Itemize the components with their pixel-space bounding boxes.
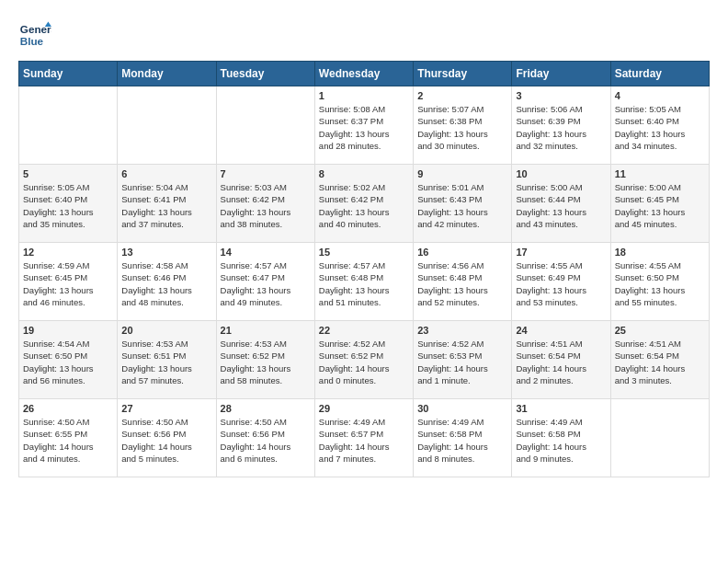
weekday-header-row: SundayMondayTuesdayWednesdayThursdayFrid… [19,62,710,86]
calendar-cell: 19Sunrise: 4:54 AM Sunset: 6:50 PM Dayli… [19,321,118,399]
calendar-cell: 16Sunrise: 4:56 AM Sunset: 6:48 PM Dayli… [414,243,512,321]
day-number: 11 [615,168,705,179]
day-number: 18 [615,247,705,258]
day-content: Sunrise: 4:53 AM Sunset: 6:52 PM Dayligh… [221,338,311,386]
day-content: Sunrise: 4:59 AM Sunset: 6:45 PM Dayligh… [23,259,113,308]
calendar-cell: 3Sunrise: 5:06 AM Sunset: 6:39 PM Daylig… [512,86,610,165]
day-number: 10 [516,168,606,179]
day-content: Sunrise: 4:54 AM Sunset: 6:50 PM Dayligh… [23,338,113,386]
week-row-3: 12Sunrise: 4:59 AM Sunset: 6:45 PM Dayli… [19,243,710,321]
day-number: 7 [221,168,311,179]
day-number: 19 [23,325,113,336]
calendar-cell: 27Sunrise: 4:50 AM Sunset: 6:56 PM Dayli… [118,399,216,477]
day-number: 14 [221,247,311,258]
weekday-header-friday: Friday [512,62,610,86]
day-content: Sunrise: 4:49 AM Sunset: 6:58 PM Dayligh… [516,416,606,465]
calendar-cell: 23Sunrise: 4:52 AM Sunset: 6:53 PM Dayli… [414,321,512,399]
day-content: Sunrise: 5:05 AM Sunset: 6:40 PM Dayligh… [23,181,113,230]
page-header: General Blue [18,18,710,52]
calendar-cell: 10Sunrise: 5:00 AM Sunset: 6:44 PM Dayli… [512,165,610,243]
day-number: 24 [516,325,606,336]
day-content: Sunrise: 5:05 AM Sunset: 6:40 PM Dayligh… [615,103,705,152]
calendar-cell: 7Sunrise: 5:03 AM Sunset: 6:42 PM Daylig… [216,165,314,243]
day-content: Sunrise: 5:04 AM Sunset: 6:41 PM Dayligh… [121,181,211,230]
day-content: Sunrise: 4:51 AM Sunset: 6:54 PM Dayligh… [516,338,606,386]
svg-text:Blue: Blue [20,35,44,47]
day-number: 17 [516,247,606,258]
calendar-cell: 5Sunrise: 5:05 AM Sunset: 6:40 PM Daylig… [19,165,118,243]
weekday-header-sunday: Sunday [19,62,118,86]
day-number: 25 [615,325,705,336]
calendar-cell: 1Sunrise: 5:08 AM Sunset: 6:37 PM Daylig… [314,86,413,165]
calendar-cell: 9Sunrise: 5:01 AM Sunset: 6:43 PM Daylig… [414,165,512,243]
calendar-cell: 13Sunrise: 4:58 AM Sunset: 6:46 PM Dayli… [118,243,216,321]
day-number: 2 [417,90,507,101]
day-content: Sunrise: 4:57 AM Sunset: 6:47 PM Dayligh… [221,259,311,308]
day-number: 1 [319,90,409,101]
day-number: 22 [319,325,409,336]
calendar-cell: 6Sunrise: 5:04 AM Sunset: 6:41 PM Daylig… [118,165,216,243]
day-number: 31 [516,403,606,414]
day-number: 12 [23,247,113,258]
day-number: 6 [121,168,211,179]
day-content: Sunrise: 4:57 AM Sunset: 6:48 PM Dayligh… [319,259,409,308]
day-content: Sunrise: 4:53 AM Sunset: 6:51 PM Dayligh… [121,338,211,386]
day-content: Sunrise: 4:56 AM Sunset: 6:48 PM Dayligh… [417,259,507,308]
day-number: 29 [319,403,409,414]
day-number: 4 [615,90,705,101]
day-number: 16 [417,247,507,258]
week-row-1: 1Sunrise: 5:08 AM Sunset: 6:37 PM Daylig… [19,86,710,165]
weekday-header-saturday: Saturday [610,62,709,86]
calendar-cell: 20Sunrise: 4:53 AM Sunset: 6:51 PM Dayli… [118,321,216,399]
calendar-cell: 22Sunrise: 4:52 AM Sunset: 6:52 PM Dayli… [314,321,413,399]
day-content: Sunrise: 4:51 AM Sunset: 6:54 PM Dayligh… [615,338,705,386]
calendar-cell: 28Sunrise: 4:50 AM Sunset: 6:56 PM Dayli… [216,399,314,477]
day-number: 26 [23,403,113,414]
day-content: Sunrise: 4:52 AM Sunset: 6:52 PM Dayligh… [319,338,409,386]
day-content: Sunrise: 5:00 AM Sunset: 6:45 PM Dayligh… [615,181,705,230]
calendar-cell: 12Sunrise: 4:59 AM Sunset: 6:45 PM Dayli… [19,243,118,321]
day-number: 20 [121,325,211,336]
calendar-cell: 15Sunrise: 4:57 AM Sunset: 6:48 PM Dayli… [314,243,413,321]
day-content: Sunrise: 4:50 AM Sunset: 6:56 PM Dayligh… [121,416,211,465]
calendar-cell: 31Sunrise: 4:49 AM Sunset: 6:58 PM Dayli… [512,399,610,477]
calendar-cell [216,86,314,165]
day-number: 28 [221,403,311,414]
calendar-cell: 11Sunrise: 5:00 AM Sunset: 6:45 PM Dayli… [610,165,709,243]
day-number: 13 [121,247,211,258]
day-content: Sunrise: 4:55 AM Sunset: 6:50 PM Dayligh… [615,259,705,308]
calendar-table: SundayMondayTuesdayWednesdayThursdayFrid… [18,61,710,477]
logo: General Blue [18,18,51,52]
day-content: Sunrise: 4:55 AM Sunset: 6:49 PM Dayligh… [516,259,606,308]
day-content: Sunrise: 4:50 AM Sunset: 6:56 PM Dayligh… [221,416,311,465]
week-row-4: 19Sunrise: 4:54 AM Sunset: 6:50 PM Dayli… [19,321,710,399]
calendar-cell: 14Sunrise: 4:57 AM Sunset: 6:47 PM Dayli… [216,243,314,321]
day-number: 27 [121,403,211,414]
day-content: Sunrise: 5:03 AM Sunset: 6:42 PM Dayligh… [221,181,311,230]
day-content: Sunrise: 5:08 AM Sunset: 6:37 PM Dayligh… [319,103,409,152]
day-number: 15 [319,247,409,258]
calendar-cell: 4Sunrise: 5:05 AM Sunset: 6:40 PM Daylig… [610,86,709,165]
day-content: Sunrise: 5:06 AM Sunset: 6:39 PM Dayligh… [516,103,606,152]
calendar-cell: 25Sunrise: 4:51 AM Sunset: 6:54 PM Dayli… [610,321,709,399]
calendar-cell: 29Sunrise: 4:49 AM Sunset: 6:57 PM Dayli… [314,399,413,477]
logo-icon: General Blue [18,18,51,52]
calendar-cell [610,399,709,477]
weekday-header-wednesday: Wednesday [314,62,413,86]
calendar-cell: 26Sunrise: 4:50 AM Sunset: 6:55 PM Dayli… [19,399,118,477]
calendar-cell: 8Sunrise: 5:02 AM Sunset: 6:42 PM Daylig… [314,165,413,243]
weekday-header-monday: Monday [118,62,216,86]
day-content: Sunrise: 5:02 AM Sunset: 6:42 PM Dayligh… [319,181,409,230]
day-number: 9 [417,168,507,179]
day-content: Sunrise: 4:52 AM Sunset: 6:53 PM Dayligh… [417,338,507,386]
calendar-cell: 21Sunrise: 4:53 AM Sunset: 6:52 PM Dayli… [216,321,314,399]
weekday-header-thursday: Thursday [414,62,512,86]
calendar-cell: 24Sunrise: 4:51 AM Sunset: 6:54 PM Dayli… [512,321,610,399]
day-content: Sunrise: 5:01 AM Sunset: 6:43 PM Dayligh… [417,181,507,230]
day-number: 5 [23,168,113,179]
day-number: 21 [221,325,311,336]
calendar-cell: 17Sunrise: 4:55 AM Sunset: 6:49 PM Dayli… [512,243,610,321]
weekday-header-tuesday: Tuesday [216,62,314,86]
day-number: 30 [417,403,507,414]
day-content: Sunrise: 5:00 AM Sunset: 6:44 PM Dayligh… [516,181,606,230]
